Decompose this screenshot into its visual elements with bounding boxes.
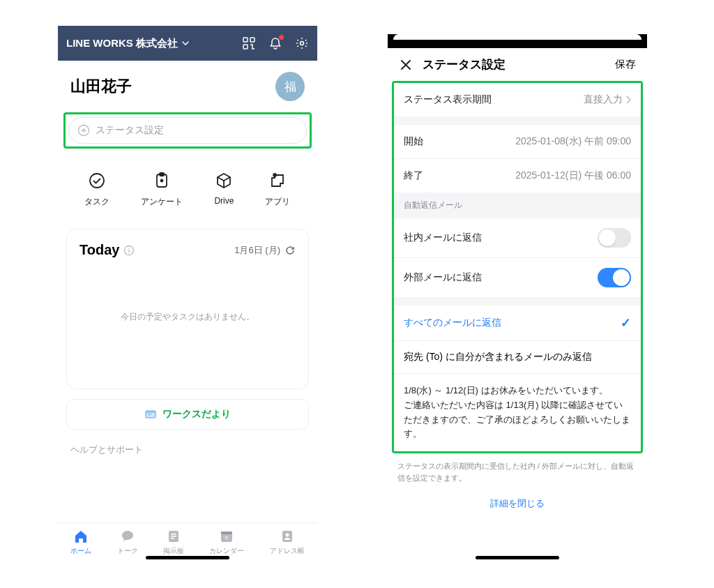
- sheet-top-bar: [388, 34, 647, 48]
- option-reply-to-only[interactable]: 宛先 (To) に自分が含まれるメールのみ返信: [394, 341, 641, 373]
- phone-status-settings: ステータス設定 保存 ステータス表示期間 直接入力 開始 2025-01-08(…: [388, 26, 647, 561]
- check-icon: ✓: [621, 315, 631, 331]
- close-icon[interactable]: [399, 58, 413, 72]
- home-indicator: [476, 556, 559, 559]
- profile-name: 山田花子: [70, 76, 275, 97]
- svg-rect-13: [171, 534, 176, 535]
- notification-badge: [279, 35, 284, 40]
- status-setting-highlight: ステータス設定: [63, 112, 312, 149]
- today-title: Today: [79, 242, 234, 258]
- svg-text:6: 6: [225, 534, 229, 541]
- today-card: Today 1月6日 (月) 今日の予定やタスクはありません。: [66, 229, 309, 389]
- auto-reply-section-header: 自動返信メール: [394, 193, 641, 218]
- external-label: 外部メールに返信: [404, 271, 598, 284]
- chevron-down-icon: [182, 41, 189, 45]
- org-name: LINE WORKS 株式会社: [66, 37, 178, 50]
- option-reply-to-only-label: 宛先 (To) に自分が含まれるメールのみ返信: [404, 351, 631, 363]
- help-support-link[interactable]: ヘルプとサポート: [58, 437, 317, 463]
- app-drive[interactable]: Drive: [214, 171, 234, 208]
- app-label: アンケート: [141, 196, 183, 208]
- save-button[interactable]: 保存: [615, 58, 636, 71]
- tab-contacts[interactable]: アドレス帳: [270, 529, 305, 556]
- app-survey[interactable]: アンケート: [141, 171, 183, 208]
- settings-icon[interactable]: [295, 36, 309, 50]
- tab-talk[interactable]: トーク: [117, 529, 138, 556]
- app-apps[interactable]: アプリ: [265, 171, 290, 208]
- app-shortcuts: タスク アンケート Drive アプリ: [58, 157, 317, 225]
- phone-home-screen: LINE WORKS 株式会社 山田花子 福 ステータス: [58, 26, 317, 561]
- tab-calendar[interactable]: 6 カレンダー: [209, 529, 244, 556]
- row-start[interactable]: 開始 2025-01-08(水) 午前 09:00: [394, 125, 641, 158]
- svg-point-3: [301, 42, 304, 45]
- internal-toggle[interactable]: [598, 228, 631, 248]
- row-display-period[interactable]: ステータス表示期間 直接入力: [394, 83, 641, 116]
- option-reply-all-label: すべてのメールに返信: [404, 317, 621, 329]
- app-label: Drive: [214, 196, 234, 206]
- svg-rect-0: [243, 38, 248, 42]
- svg-rect-2: [243, 45, 248, 49]
- status-placeholder: ステータス設定: [96, 124, 164, 137]
- end-label: 終了: [404, 169, 515, 182]
- qr-icon[interactable]: [242, 36, 256, 50]
- start-label: 開始: [404, 135, 515, 148]
- end-value: 2025-01-12(日) 午後 06:00: [515, 169, 631, 182]
- works-banner[interactable]: ワークスだより: [66, 399, 309, 430]
- works-banner-label: ワークスだより: [162, 408, 231, 421]
- footer-note: ステータスの表示期間内に受信した社内 / 外部メールに対し、自動返信を設定できま…: [388, 453, 647, 490]
- settings-highlight: ステータス表示期間 直接入力 開始 2025-01-08(水) 午前 09:00…: [392, 81, 643, 453]
- org-dropdown[interactable]: LINE WORKS 株式会社: [66, 37, 242, 50]
- today-date: 1月6日 (月): [234, 244, 296, 257]
- status-setting-button[interactable]: ステータス設定: [68, 117, 307, 144]
- task-icon: [87, 171, 107, 190]
- svg-point-20: [285, 534, 289, 537]
- row-end[interactable]: 終了 2025-01-12(日) 午後 06:00: [394, 159, 641, 193]
- svg-point-8: [161, 180, 163, 182]
- sheet-header: ステータス設定 保存: [388, 48, 647, 81]
- svg-rect-1: [250, 38, 255, 42]
- today-empty-text: 今日の予定やタスクはありません。: [79, 258, 296, 376]
- refresh-icon[interactable]: [284, 245, 296, 256]
- newsletter-icon: [144, 408, 157, 421]
- collapse-details-link[interactable]: 詳細を閉じる: [388, 490, 647, 521]
- app-header: LINE WORKS 株式会社: [58, 26, 317, 61]
- sheet-title: ステータス設定: [423, 56, 615, 73]
- svg-rect-15: [171, 538, 174, 539]
- auto-reply-message[interactable]: 1/8(水) ～ 1/12(日) はお休みをいただいています。 ご連絡いただいた…: [394, 374, 641, 451]
- chevron-right-icon: [625, 96, 631, 104]
- plus-circle-icon: [77, 124, 90, 137]
- app-task[interactable]: タスク: [84, 171, 109, 208]
- row-external-reply: 外部メールに返信: [394, 258, 641, 297]
- start-value: 2025-01-08(水) 午前 09:00: [515, 135, 631, 148]
- tab-home[interactable]: ホーム: [70, 529, 91, 556]
- info-icon[interactable]: [123, 245, 135, 256]
- period-label: ステータス表示期間: [404, 93, 584, 106]
- external-toggle[interactable]: [598, 268, 631, 287]
- avatar[interactable]: 福: [275, 72, 305, 101]
- option-reply-all[interactable]: すべてのメールに返信 ✓: [394, 306, 641, 340]
- tab-board[interactable]: 掲示板: [163, 529, 184, 556]
- internal-label: 社内メールに返信: [404, 232, 598, 244]
- svg-point-5: [90, 174, 104, 188]
- row-internal-reply: 社内メールに返信: [394, 218, 641, 257]
- profile-row: 山田花子 福: [58, 61, 317, 108]
- drive-icon: [214, 171, 234, 190]
- app-label: アプリ: [265, 196, 290, 208]
- notifications-icon[interactable]: [268, 36, 282, 50]
- period-value: 直接入力: [584, 93, 631, 106]
- svg-rect-14: [171, 536, 176, 537]
- app-label: タスク: [84, 196, 109, 208]
- survey-icon: [152, 171, 172, 190]
- apps-icon: [268, 171, 287, 190]
- home-indicator: [146, 556, 229, 559]
